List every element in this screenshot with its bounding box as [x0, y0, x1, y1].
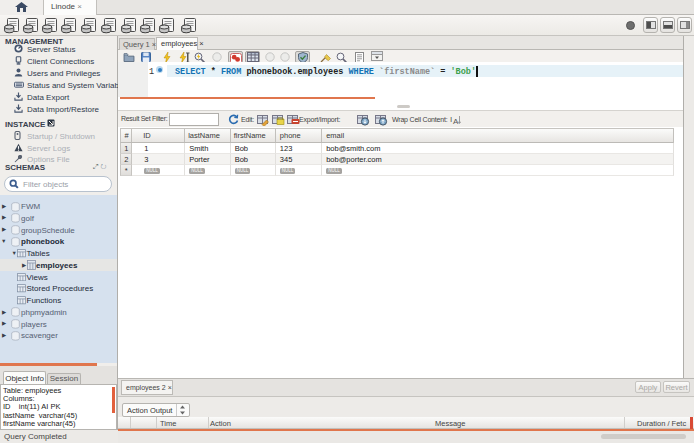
- svg-text:I: I: [450, 115, 452, 124]
